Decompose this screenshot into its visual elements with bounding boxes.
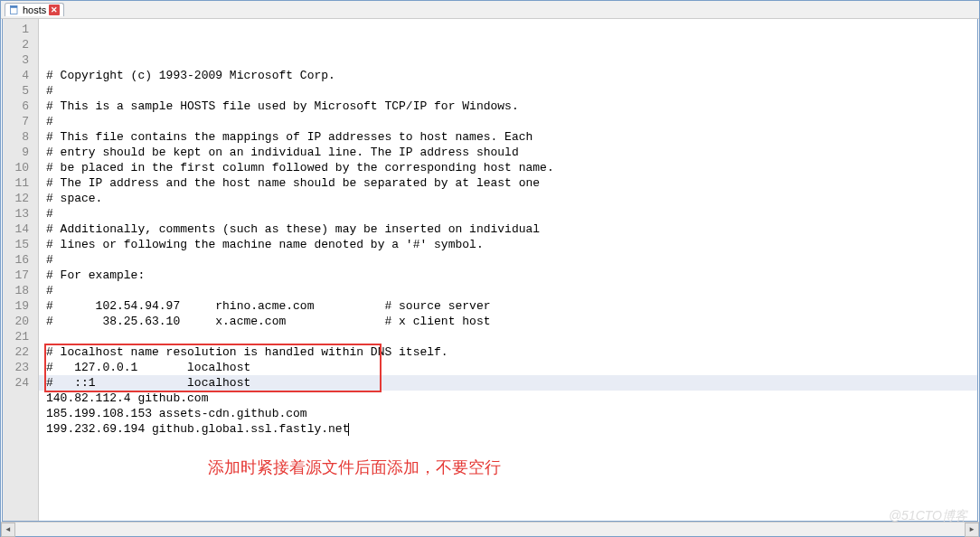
line-number: 20: [8, 314, 29, 329]
line-number: 21: [8, 329, 29, 344]
line-number-gutter: 123456789101112131415161718192021222324: [3, 19, 39, 521]
line-number: 8: [8, 129, 29, 145]
code-line: # This file contains the mappings of IP …: [46, 129, 977, 145]
code-line: #: [46, 252, 977, 268]
line-number: 4: [8, 68, 29, 83]
code-line: # For example:: [46, 268, 977, 283]
code-line: # 38.25.63.10 x.acme.com # x client host: [46, 314, 977, 329]
code-line: # ::1 localhost: [46, 375, 977, 391]
line-number: 13: [8, 206, 29, 221]
code-area[interactable]: # Copyright (c) 1993-2009 Microsoft Corp…: [39, 19, 977, 521]
annotation-text: 添加时紧接着源文件后面添加，不要空行: [208, 457, 501, 478]
code-line: #: [46, 83, 977, 99]
file-icon: [9, 5, 20, 15]
line-number: 2: [8, 37, 29, 52]
code-line: # 102.54.94.97 rhino.acme.com # source s…: [46, 298, 977, 314]
line-number: 6: [8, 99, 29, 114]
code-line: # lines or following the machine name de…: [46, 237, 977, 252]
code-line: # localhost name resolution is handled w…: [46, 344, 977, 360]
line-number: 17: [8, 268, 29, 283]
code-line: 140.82.112.4 github.com: [46, 391, 977, 406]
tab-bar: hosts ✕: [1, 1, 979, 19]
line-number: 24: [8, 375, 29, 391]
code-line: # be placed in the first column followed…: [46, 160, 977, 175]
scroll-left-button[interactable]: ◄: [1, 523, 15, 537]
svg-rect-1: [11, 6, 18, 8]
code-line: #: [46, 206, 977, 221]
line-number: 19: [8, 298, 29, 314]
line-number: 18: [8, 283, 29, 298]
code-line: # The IP address and the host name shoul…: [46, 175, 977, 191]
code-line: 185.199.108.153 assets-cdn.github.com: [46, 406, 977, 421]
line-number: 23: [8, 360, 29, 375]
code-line: #: [46, 114, 977, 129]
line-number: 9: [8, 145, 29, 160]
file-tab[interactable]: hosts ✕: [5, 3, 64, 16]
code-content: # Copyright (c) 1993-2009 Microsoft Corp…: [46, 68, 977, 437]
code-line: # This is a sample HOSTS file used by Mi…: [46, 99, 977, 114]
text-cursor: [348, 423, 349, 436]
line-number: 5: [8, 83, 29, 99]
tab-close-button[interactable]: ✕: [49, 5, 60, 15]
tab-filename: hosts: [23, 5, 46, 15]
editor-area: 123456789101112131415161718192021222324 …: [2, 19, 978, 522]
line-number: 12: [8, 191, 29, 206]
code-line: [46, 329, 977, 344]
watermark: @51CTO博客: [889, 508, 967, 524]
code-line: # space.: [46, 191, 977, 206]
horizontal-scrollbar[interactable]: ◄ ►: [1, 522, 979, 536]
line-number: 15: [8, 237, 29, 252]
line-number: 10: [8, 160, 29, 175]
line-number: 11: [8, 175, 29, 191]
line-number: 3: [8, 52, 29, 68]
line-number: 16: [8, 252, 29, 268]
code-line: # 127.0.0.1 localhost: [46, 360, 977, 375]
code-line: # Copyright (c) 1993-2009 Microsoft Corp…: [46, 68, 977, 83]
line-number: 7: [8, 114, 29, 129]
code-line: # entry should be kept on an individual …: [46, 145, 977, 160]
code-line: 199.232.69.194 github.global.ssl.fastly.…: [46, 421, 977, 437]
code-line: # Additionally, comments (such as these)…: [46, 221, 977, 237]
line-number: 14: [8, 221, 29, 237]
code-line: #: [46, 283, 977, 298]
scroll-track[interactable]: [15, 523, 965, 536]
line-number: 22: [8, 344, 29, 360]
line-number: 1: [8, 22, 29, 37]
